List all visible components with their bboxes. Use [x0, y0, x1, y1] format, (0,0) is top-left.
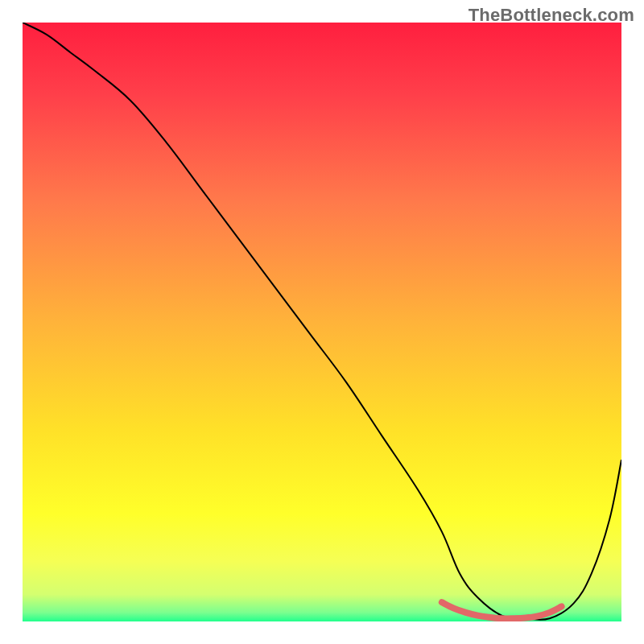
bottleneck-chart: TheBottleneck.com: [0, 0, 644, 644]
chart-background: [23, 23, 621, 621]
chart-svg: [0, 0, 644, 644]
watermark-text: TheBottleneck.com: [469, 5, 634, 26]
